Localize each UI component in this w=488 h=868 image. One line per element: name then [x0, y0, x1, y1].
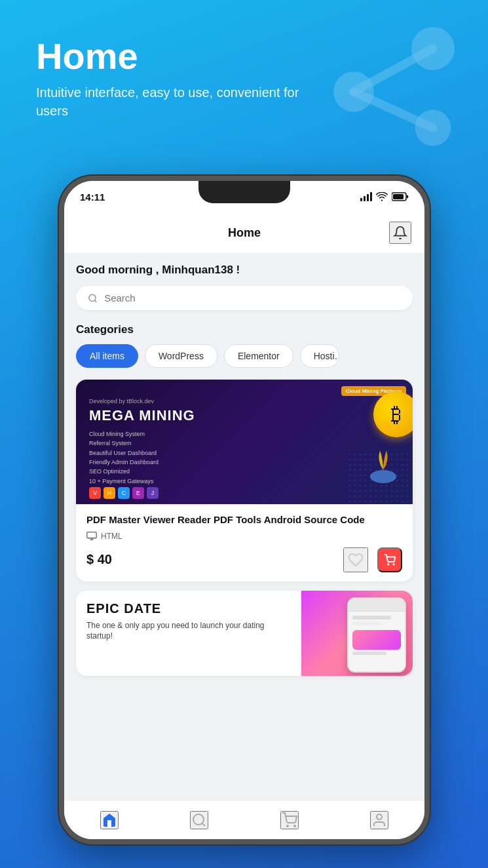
product-card-1[interactable]: Developed by tBlock.dev MEGA MINING Clou… — [76, 380, 413, 582]
wifi-icon — [376, 192, 388, 201]
search-icon — [88, 293, 98, 304]
svg-point-19 — [377, 814, 382, 819]
product-actions — [343, 547, 402, 572]
heart-icon — [348, 552, 364, 568]
product-type-label: HTML — [101, 532, 122, 541]
signal-icon — [360, 192, 372, 201]
svg-line-3 — [354, 49, 433, 92]
category-wordpress[interactable]: WordPress — [145, 344, 217, 368]
add-to-cart-button[interactable] — [377, 547, 402, 572]
phone-notch — [198, 181, 290, 203]
feature-list: Cloud Mining System Referral System Beau… — [89, 429, 195, 486]
app-header: Home — [64, 212, 424, 253]
svg-point-17 — [287, 825, 288, 827]
growth-icon — [364, 444, 403, 483]
svg-rect-8 — [370, 192, 372, 201]
svg-rect-7 — [367, 194, 369, 201]
search-bar[interactable] — [76, 286, 413, 310]
page-header: Home Intuitive interface, easy to use, c… — [36, 36, 324, 120]
svg-point-15 — [393, 564, 394, 565]
svg-point-16 — [193, 814, 204, 825]
developed-by-label: Developed by tBlock.dev — [89, 398, 195, 404]
product-image-1: Developed by tBlock.dev MEGA MINING Clou… — [76, 380, 413, 504]
svg-rect-13 — [87, 532, 96, 538]
notification-button[interactable] — [389, 222, 411, 244]
search-input[interactable] — [104, 292, 401, 304]
svg-point-11 — [89, 294, 96, 301]
category-hosting[interactable]: Hosti… — [300, 344, 339, 368]
product-type-row: HTML — [86, 532, 402, 541]
page-title: Home — [36, 36, 324, 77]
battery-icon — [392, 192, 409, 201]
feature-item: Friendly Admin Dashboard — [89, 458, 195, 467]
status-icons — [360, 192, 409, 201]
bell-icon — [393, 226, 407, 240]
category-all-items[interactable]: All items — [76, 344, 138, 368]
nav-cart[interactable] — [280, 811, 299, 829]
category-elementor[interactable]: Elementor — [224, 344, 293, 368]
greeting-text: Good morning , Minhquan138 ! — [76, 264, 413, 277]
bottom-nav — [64, 800, 424, 839]
epic-date-title: EPIC DATE — [86, 601, 291, 616]
svg-rect-10 — [393, 194, 404, 199]
wishlist-button[interactable] — [343, 547, 368, 572]
feature-item: Cloud Mining System — [89, 429, 195, 439]
monitor-icon — [86, 532, 97, 540]
product-price: $ 40 — [86, 552, 112, 567]
product-price-row: $ 40 — [86, 547, 402, 572]
phone-frame: 14:11 — [59, 176, 430, 844]
svg-point-12 — [370, 470, 396, 483]
mega-mining-title: MEGA MINING — [89, 407, 195, 424]
search-nav-icon — [191, 812, 207, 828]
bitcoin-coin: ₿ — [373, 391, 413, 437]
app-title: Home — [100, 226, 389, 240]
cart-nav-icon — [282, 812, 297, 828]
home-nav-icon — [102, 812, 117, 828]
epic-date-desc: The one & only app you need to launch yo… — [86, 620, 291, 642]
nav-search[interactable] — [190, 811, 208, 829]
categories-row: All items WordPress Elementor Hosti… — [76, 344, 413, 368]
profile-nav-icon — [371, 812, 387, 828]
feature-item: SEO Optimized — [89, 467, 195, 476]
svg-rect-5 — [360, 198, 362, 201]
feature-item: Beautiful User Dashboard — [89, 448, 195, 458]
nav-profile[interactable] — [370, 811, 388, 829]
nav-home[interactable] — [100, 811, 119, 829]
product-card-2-image — [301, 591, 413, 676]
status-time: 14:11 — [80, 191, 105, 203]
product-card-2[interactable]: EPIC DATE The one & only app you need to… — [76, 591, 413, 676]
categories-title: Categories — [76, 323, 413, 336]
cart-icon — [384, 554, 396, 566]
svg-rect-6 — [364, 196, 366, 201]
svg-point-14 — [388, 564, 389, 565]
feature-item: Referral System — [89, 439, 195, 448]
tech-icons-row: V H C E J — [89, 487, 159, 499]
app-content: Home Good morning , Minhquan138 ! — [64, 212, 424, 839]
svg-line-4 — [354, 92, 433, 128]
product-card-2-left: EPIC DATE The one & only app you need to… — [76, 591, 301, 676]
page-subtitle: Intuitive interface, easy to use, conven… — [36, 83, 324, 120]
main-scroll-area: Good morning , Minhquan138 ! Categories … — [64, 253, 424, 804]
bitcoin-graphic: ₿ — [360, 398, 406, 486]
svg-point-18 — [294, 825, 295, 827]
feature-item: 10 + Payment Gateways — [89, 477, 195, 486]
product-info-1: PDF Master Viewer Reader PDF Tools Andro… — [76, 504, 413, 582]
phone-mockup — [347, 597, 406, 673]
product-image-content: Developed by tBlock.dev MEGA MINING Clou… — [89, 398, 195, 486]
product-name-1: PDF Master Viewer Reader PDF Tools Andro… — [86, 513, 402, 526]
share-bg-icon — [318, 26, 462, 157]
